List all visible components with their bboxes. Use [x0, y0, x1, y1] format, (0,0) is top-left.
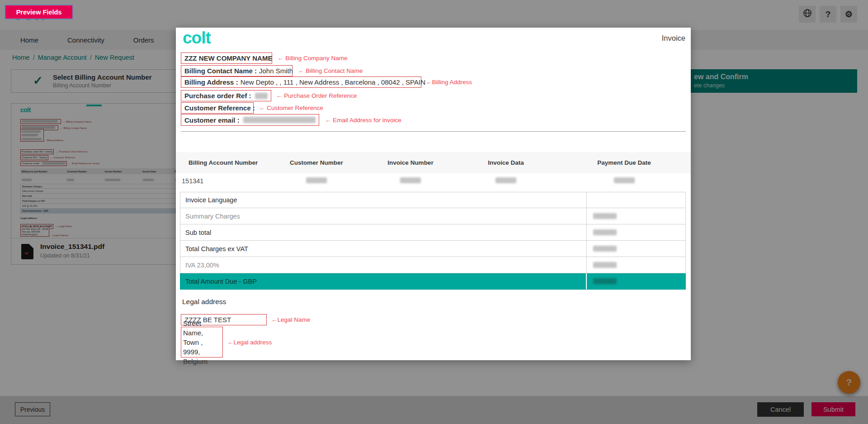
customer-email-annotation: ← Email Address for invoice: [325, 117, 401, 124]
billing-company-name-box: ZZZ NEW COMPANY NAME: [181, 52, 272, 64]
redacted-value: [243, 117, 316, 123]
billing-account-number-value: 151341: [176, 177, 266, 185]
charge-row-sub-total: Sub total: [180, 224, 686, 241]
billing-contact-name-annotation: ← Billing Contact Name: [298, 67, 363, 74]
preview-fields-button[interactable]: Preview Fields: [5, 5, 73, 19]
redacted-value: [255, 93, 268, 99]
screen: colt ? ⚙ Home Connectivity Orders: [0, 0, 868, 424]
billing-company-name-annotation: ← Billing Company Name: [278, 55, 348, 62]
redacted-value: [400, 177, 421, 183]
legal-address-box: Street Name, Town , 9999, Belgium: [181, 327, 223, 357]
invoice-preview-modal: colt Invoice ZZZ NEW COMPANY NAME ← Bill…: [176, 28, 691, 360]
colt-logo: colt: [183, 29, 211, 48]
billing-address-box: Billing Address :New Depto , , 111 , New…: [181, 76, 421, 88]
customer-email-box: Customer email :: [181, 114, 319, 126]
redacted-value: [593, 262, 617, 268]
divider: [181, 131, 686, 132]
customer-reference-annotation: ← Customer Reference: [259, 105, 323, 111]
charge-row-summary-charges: Summary Charges: [180, 208, 686, 224]
invoice-table-header: Billing Account Number Customer Number I…: [176, 152, 691, 173]
redacted-value: [593, 229, 617, 235]
billing-address-annotation: ←Billing Address: [426, 79, 472, 86]
legal-address-heading: Legal address: [182, 298, 226, 306]
charge-row-iva: IVA 23,00%: [180, 257, 686, 273]
purchase-order-ref-annotation: ← Purchase Order Reference: [276, 92, 357, 99]
invoice-table-row: 151341: [176, 173, 691, 188]
charges-table: Invoice Language Summary Charges Sub tot…: [180, 192, 686, 290]
customer-reference-box: Customer Reference :: [181, 102, 254, 114]
redacted-value: [593, 213, 617, 219]
legal-address-annotation: ←Legal address: [227, 339, 272, 346]
modal-title: Invoice: [662, 34, 685, 43]
purchase-order-ref-box: Purchase order Ref :: [181, 90, 271, 101]
billing-contact-name-box: Billing Contact Name :John Smith: [181, 65, 292, 76]
redacted-value: [306, 177, 327, 183]
redacted-value: [593, 278, 617, 284]
legal-name-annotation: ←Legal Name: [271, 316, 310, 323]
redacted-value: [614, 177, 635, 183]
charge-row-total-charges-ex-vat: Total Charges ex VAT: [180, 241, 686, 257]
redacted-value: [593, 246, 617, 252]
charge-row-total-amount-due: Total Amount Due - GBP: [180, 273, 686, 290]
charge-row-invoice-language: Invoice Language: [180, 192, 686, 208]
redacted-value: [495, 177, 516, 183]
